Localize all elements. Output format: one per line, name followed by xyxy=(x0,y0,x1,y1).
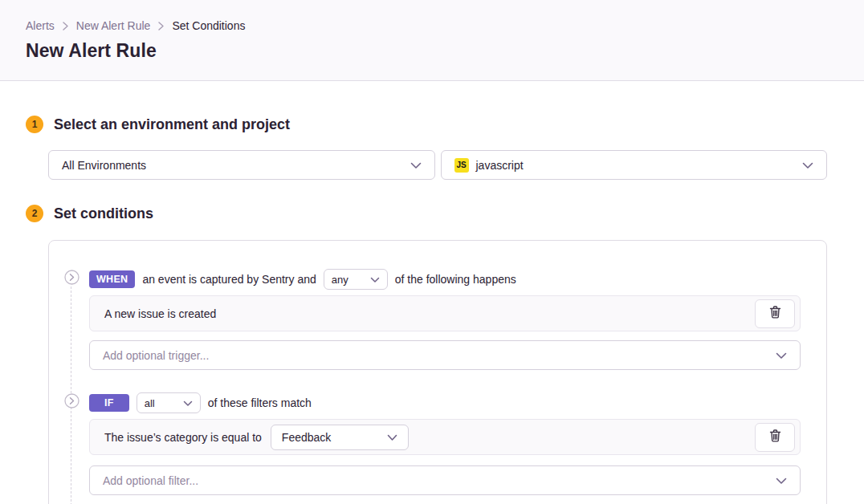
when-text-before: an event is captured by Sentry and xyxy=(142,273,316,286)
step-2-header: 2 Set conditions xyxy=(26,205,838,222)
when-match-value: any xyxy=(332,274,348,286)
environment-project-row: All Environments JS javascript xyxy=(48,150,827,180)
add-filter-placeholder: Add optional filter... xyxy=(103,474,198,487)
breadcrumb-chevron-icon xyxy=(158,22,164,30)
if-match-select[interactable]: all xyxy=(137,392,201,413)
chevron-down-icon xyxy=(410,159,422,172)
when-header: WHEN an event is captured by Sentry and … xyxy=(89,269,801,290)
chevron-down-icon xyxy=(776,349,787,362)
project-select[interactable]: JS javascript xyxy=(441,150,828,180)
if-header: IF all of these filters match xyxy=(89,392,801,413)
category-value: Feedback xyxy=(282,431,331,444)
breadcrumb-new-alert-rule[interactable]: New Alert Rule xyxy=(76,19,151,32)
circle-chevron-icon[interactable] xyxy=(64,270,79,285)
chevron-down-icon xyxy=(183,397,193,409)
trash-icon xyxy=(769,306,781,321)
if-section: IF all of these filters match The issue’… xyxy=(89,392,801,495)
when-match-select[interactable]: any xyxy=(324,269,388,290)
chevron-down-icon xyxy=(387,431,397,444)
conditions-card: WHEN an event is captured by Sentry and … xyxy=(48,240,827,504)
delete-filter-button[interactable] xyxy=(755,423,795,452)
if-match-value: all xyxy=(145,397,155,409)
add-optional-trigger-select[interactable]: Add optional trigger... xyxy=(89,340,801,370)
javascript-platform-icon: JS xyxy=(454,158,469,173)
breadcrumb-set-conditions: Set Conditions xyxy=(172,19,245,32)
main-content: 1 Select an environment and project All … xyxy=(0,116,864,504)
chevron-down-icon xyxy=(802,159,813,172)
page-title: New Alert Rule xyxy=(26,40,838,62)
chevron-down-icon xyxy=(370,274,380,286)
breadcrumb: Alerts New Alert Rule Set Conditions xyxy=(26,19,838,32)
when-text-after: of the following happens xyxy=(395,273,516,286)
delete-trigger-button[interactable] xyxy=(755,299,795,328)
trigger-rule-row: A new issue is created xyxy=(89,295,801,331)
add-optional-filter-select[interactable]: Add optional filter... xyxy=(89,465,801,495)
filter-rule-label: The issue’s category is equal to xyxy=(104,431,262,444)
step-1-title: Select an environment and project xyxy=(54,116,290,133)
if-text-after: of these filters match xyxy=(208,396,312,409)
step-1-number-badge: 1 xyxy=(26,116,43,133)
trigger-rule-label: A new issue is created xyxy=(104,307,216,320)
filter-rule-row: The issue’s category is equal to Feedbac… xyxy=(89,419,801,455)
when-badge: WHEN xyxy=(89,270,135,288)
step-2-number-badge: 2 xyxy=(26,205,43,222)
step-1-header: 1 Select an environment and project xyxy=(26,116,838,133)
add-trigger-placeholder: Add optional trigger... xyxy=(103,349,209,362)
when-section: WHEN an event is captured by Sentry and … xyxy=(89,269,801,370)
trash-icon xyxy=(769,429,781,445)
breadcrumb-alerts[interactable]: Alerts xyxy=(26,19,55,32)
environment-select[interactable]: All Environments xyxy=(48,150,435,180)
page-header: Alerts New Alert Rule Set Conditions New… xyxy=(0,0,864,81)
if-badge: IF xyxy=(89,394,129,412)
project-select-value: javascript xyxy=(476,159,524,172)
category-value-select[interactable]: Feedback xyxy=(271,425,409,450)
chevron-down-icon xyxy=(776,474,787,487)
circle-chevron-icon[interactable] xyxy=(64,393,79,408)
breadcrumb-chevron-icon xyxy=(63,22,68,30)
environment-select-value: All Environments xyxy=(62,159,146,172)
step-2-title: Set conditions xyxy=(54,205,153,222)
